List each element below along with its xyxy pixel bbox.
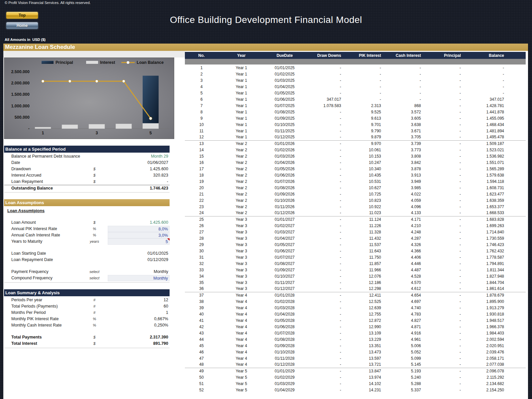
table-cell: - [424, 210, 464, 216]
table-cell: - [305, 185, 344, 191]
table-cell: Year 2 [218, 140, 265, 147]
spacer-strip [3, 51, 185, 58]
annual-cash-rate-input[interactable]: 3,0% [108, 232, 170, 238]
interest-bar [89, 124, 105, 129]
table-cell: Year 3 [218, 241, 265, 248]
table-cell: 30 [185, 248, 218, 254]
balance-panel-body: Balance at Permanent Debt IssuanceMonth … [4, 153, 170, 193]
table-cell: - [424, 273, 464, 279]
table-row: 50Year 501/02/2029-13.9745.240-2.115.292 [185, 374, 526, 380]
panel-row: Drawdown$1.425.600 [4, 166, 170, 172]
assumptions-panel: Loan Assumptions Loan Assumtpions Loan A… [4, 199, 170, 283]
table-cell: - [424, 336, 464, 342]
loan-repayment-value: - [108, 179, 170, 185]
table-cell: 5.193 [384, 368, 424, 374]
column-header: Balance [464, 52, 526, 59]
table-cell: - [424, 178, 464, 185]
table-cell: 01/01/2027 [265, 216, 305, 222]
table-row: 32Year 301/08/2027-11.8574.446-1.794.891 [185, 260, 526, 267]
table-cell: 12.872 [344, 317, 384, 324]
panel-row-unit: # [81, 297, 108, 303]
table-cell: 4.827 [384, 317, 424, 324]
panel-row: Periods Per year#12 [4, 297, 170, 303]
payment-frequency-select[interactable]: Monthly [108, 269, 170, 275]
panel-row-label: Periods Per year [4, 297, 81, 303]
table-row: 42Year 401/06/2028-12.9904.871-1.966.378 [185, 324, 526, 330]
panel-row: Total Periods (Payments)#60 [4, 303, 170, 310]
table-cell: Year 3 [218, 286, 265, 292]
table-row: 7Year 101/07/20251.078.5832.313868-1.428… [185, 102, 526, 109]
table-cell: Year 2 [218, 159, 265, 166]
table-cell: 1.878.679 [464, 292, 526, 298]
balance-month-value: Month 29 [108, 153, 170, 160]
table-cell: 01/08/2026 [265, 185, 305, 191]
panel-row-label: Date [4, 160, 81, 166]
table-cell: 2.039.476 [464, 349, 526, 355]
years-to-maturity-input[interactable]: 5 [108, 238, 170, 245]
table-cell: 3.638 [384, 121, 424, 128]
table-cell: Year 2 [218, 147, 265, 153]
table-cell: 17 [185, 166, 218, 172]
loan-schedule-chart: 2.500.0002.000.0001.500.0001.000.000500.… [4, 58, 174, 139]
table-cell: - [424, 109, 464, 115]
table-cell: 01/04/2029 [265, 387, 305, 393]
table-cell: 11.857 [344, 260, 384, 267]
table-cell: 01/08/2025 [265, 109, 305, 115]
annual-pik-rate-input[interactable]: 8,0% [108, 226, 170, 232]
table-cell: - [305, 342, 344, 349]
table-cell: 01/07/2025 [265, 102, 305, 109]
table-cell: 1 [185, 65, 218, 71]
table-cell: 1.699.263 [464, 222, 526, 229]
table-cell: 45 [185, 342, 218, 349]
table-cell: 01/12/2025 [265, 134, 305, 140]
table-cell: 24 [185, 210, 218, 216]
table-cell: 01/07/2026 [265, 178, 305, 185]
panel-row-unit: % [81, 232, 108, 238]
table-cell: - [305, 254, 344, 260]
table-cell: - [305, 279, 344, 286]
assumptions-panel-body: Loan Assumtpions Loan Amount$1.425.600An… [4, 206, 170, 283]
table-cell: 2 [185, 71, 218, 77]
table-cell: Year 1 [218, 128, 265, 134]
table-cell: 01/12/2028 [265, 361, 305, 368]
panel-spacer [4, 214, 170, 219]
panel-row-label: Interest Accrued [4, 172, 81, 179]
panel-row-unit: $ [81, 179, 108, 185]
table-cell: 3.913 [384, 172, 424, 178]
table-cell: 1.428.781 [464, 102, 526, 109]
table-cell: - [305, 172, 344, 178]
table-row: 44Year 401/08/2028-13.2294.961-2.002.594 [185, 336, 526, 342]
table-cell: 01/01/2028 [265, 292, 305, 298]
table-cell: - [305, 197, 344, 203]
legend-interest-swatch [86, 61, 98, 64]
table-cell: 3.808 [384, 153, 424, 159]
table-cell: 01/02/2027 [265, 222, 305, 229]
table-cell: 8 [185, 109, 218, 115]
table-cell: 26 [185, 222, 218, 229]
table-cell: - [344, 77, 384, 83]
table-cell: - [424, 134, 464, 140]
table-cell: - [305, 115, 344, 121]
table-cell: 10 [185, 121, 218, 128]
amounts-label: All Amounts in [5, 38, 30, 42]
table-row: 6Year 101/06/2025347.017---347.017 [185, 96, 526, 102]
table-cell: 4.612 [384, 286, 424, 292]
table-cell: 12.186 [344, 279, 384, 286]
table-cell: 49 [185, 368, 218, 374]
table-cell: 1.441.878 [464, 109, 526, 115]
table-cell: 4.366 [384, 248, 424, 254]
compound-frequency-select[interactable]: Monthly [108, 275, 170, 281]
table-cell: 1.078.583 [305, 102, 344, 109]
table-cell: 1.523.021 [464, 147, 526, 153]
table-cell: 9.879 [344, 134, 384, 140]
table-cell: - [424, 71, 464, 77]
table-row: 45Year 401/09/2028-13.3515.006-2.020.951 [185, 342, 526, 349]
table-cell: - [305, 65, 344, 71]
panel-row-unit [81, 185, 108, 191]
table-cell: Year 1 [218, 96, 265, 102]
table-row: 8Year 101/08/2025-9.5253.572-1.441.878 [185, 109, 526, 115]
table-cell: 1.495.478 [464, 134, 526, 140]
table-cell: Year 2 [218, 153, 265, 159]
table-cell: 1.778.587 [464, 254, 526, 260]
table-cell: Year 1 [218, 134, 265, 140]
